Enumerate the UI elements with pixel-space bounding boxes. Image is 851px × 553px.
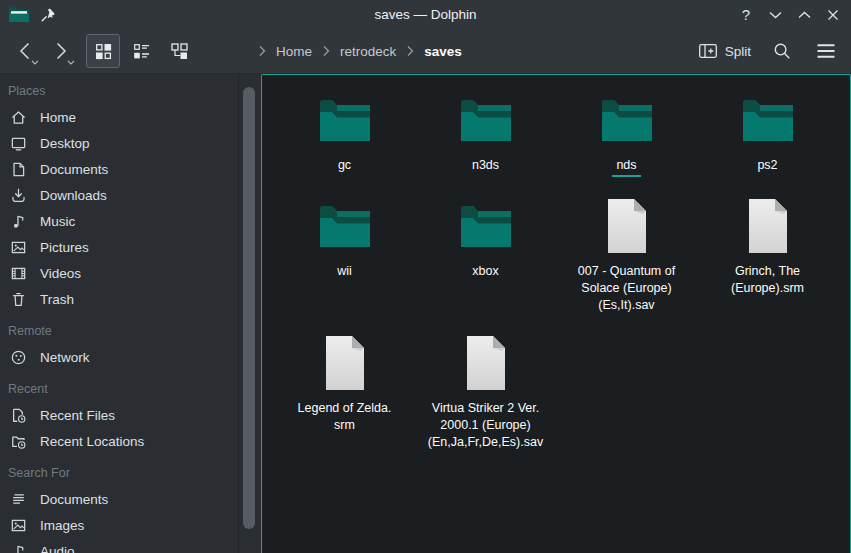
file-icon (605, 198, 649, 254)
folder-icon (317, 92, 373, 148)
breadcrumb: Home retrodeck saves (258, 42, 466, 61)
sidebar-item-trash[interactable]: Trash (0, 286, 238, 312)
folder-item-ps2[interactable]: ps2 (697, 87, 838, 193)
toolbar: Home retrodeck saves Split (0, 29, 851, 74)
breadcrumb-home[interactable]: Home (272, 42, 316, 61)
file-icon (746, 198, 790, 254)
app-folder-icon (8, 6, 30, 24)
download-icon (10, 187, 27, 204)
folder-item-wii[interactable]: wii (274, 193, 415, 330)
image-icon (10, 517, 27, 534)
sidebar-item-pictures[interactable]: Pictures (0, 234, 238, 260)
breadcrumb-saves[interactable]: saves (420, 42, 466, 61)
file-icon (323, 335, 367, 391)
sidebar-item-videos[interactable]: Videos (0, 260, 238, 286)
item-label: Virtua Striker 2 Ver. 2000.1 (Europe) (E… (428, 400, 543, 451)
sidebar-item-label: Network (40, 350, 90, 365)
pin-icon[interactable] (40, 7, 56, 23)
file-item-007-quantum-of-solace[interactable]: 007 - Quantum of Solace (Europe) (Es,It)… (556, 193, 697, 330)
folder-icon (317, 198, 373, 254)
folder-item-xbox[interactable]: xbox (415, 193, 556, 330)
recent-files-icon (10, 407, 27, 424)
folder-item-n3ds[interactable]: n3ds (415, 87, 556, 193)
hamburger-menu-icon (816, 43, 836, 59)
folder-view[interactable]: gc n3ds nds ps2 (261, 74, 851, 553)
sidebar-item-label: Downloads (40, 188, 107, 203)
sidebar-item-network[interactable]: Network (0, 344, 238, 370)
places-scrollbar-track[interactable] (238, 74, 261, 553)
dolphin-window: saves — Dolphin ? (0, 0, 851, 553)
sidebar-item-downloads[interactable]: Downloads (0, 182, 238, 208)
sidebar-item-search-audio[interactable]: Audio (0, 538, 238, 553)
sidebar-item-desktop[interactable]: Desktop (0, 130, 238, 156)
sidebar-item-search-images[interactable]: Images (0, 512, 238, 538)
item-label: wii (337, 263, 352, 280)
icons-view-icon (94, 42, 113, 61)
help-icon[interactable]: ? (736, 5, 756, 25)
file-item-grinch-the[interactable]: Grinch, The (Europe).srm (697, 193, 838, 330)
tree-view-icon (170, 42, 189, 61)
details-view-icon (132, 42, 151, 61)
section-search-for: Search For Documents Images Audio (0, 460, 238, 553)
sidebar-item-label: Recent Locations (40, 434, 144, 449)
sidebar-item-label: Music (40, 214, 75, 229)
sidebar-item-label: Images (40, 518, 84, 533)
section-remote: Remote Network (0, 318, 238, 370)
recent-locations-icon (10, 433, 27, 450)
sidebar-item-label: Trash (40, 292, 74, 307)
sidebar-item-recent-files[interactable]: Recent Files (0, 402, 238, 428)
close-icon[interactable] (823, 5, 843, 25)
back-button[interactable] (10, 35, 40, 67)
folder-icon (599, 92, 655, 148)
split-icon (698, 42, 718, 60)
forward-button[interactable] (46, 35, 76, 67)
text-lines-icon (10, 491, 27, 508)
file-item-legend-of-zelda[interactable]: Legend of Zelda. srm (274, 330, 415, 467)
home-icon (10, 109, 27, 126)
image-icon (10, 239, 27, 256)
minimize-icon[interactable] (765, 5, 785, 25)
document-icon (10, 161, 27, 178)
chevron-right-icon (406, 45, 414, 57)
trash-icon (10, 291, 27, 308)
sidebar-item-music[interactable]: Music (0, 208, 238, 234)
item-label: Legend of Zelda. srm (298, 400, 392, 434)
sidebar-item-documents[interactable]: Documents (0, 156, 238, 182)
sidebar-item-search-documents[interactable]: Documents (0, 486, 238, 512)
item-label: n3ds (472, 157, 499, 174)
chevron-right-icon (258, 45, 266, 57)
sidebar-item-home[interactable]: Home (0, 104, 238, 130)
sidebar-item-recent-locations[interactable]: Recent Locations (0, 428, 238, 454)
music-note-icon (10, 213, 27, 230)
hamburger-menu-button[interactable] (811, 36, 841, 66)
item-label: gc (338, 157, 351, 174)
search-icon (772, 41, 792, 61)
sidebar-item-label: Recent Files (40, 408, 115, 423)
section-header-places: Places (0, 78, 238, 104)
music-note-icon (10, 543, 27, 553)
desktop-icon (10, 135, 27, 152)
folder-item-nds[interactable]: nds (556, 87, 697, 193)
item-label: xbox (472, 263, 498, 280)
places-scrollbar-thumb[interactable] (243, 87, 255, 529)
folder-item-gc[interactable]: gc (274, 87, 415, 193)
places-panel: Places Home Desktop Documents Downloads (0, 74, 238, 553)
split-button[interactable]: Split (696, 38, 753, 64)
icons-view-button[interactable] (86, 34, 120, 68)
details-view-button[interactable] (124, 34, 158, 68)
forward-history-caret-icon (67, 60, 75, 65)
file-item-virtua-striker-2[interactable]: Virtua Striker 2 Ver. 2000.1 (Europe) (E… (415, 330, 556, 467)
chevron-right-icon (322, 45, 330, 57)
tree-view-button[interactable] (162, 34, 196, 68)
folder-icon (458, 198, 514, 254)
sidebar-item-label: Documents (40, 162, 108, 177)
film-icon (10, 265, 27, 282)
folder-icon (740, 92, 796, 148)
item-label: ps2 (757, 157, 777, 174)
maximize-icon[interactable] (794, 5, 814, 25)
breadcrumb-retrodeck[interactable]: retrodeck (336, 42, 400, 61)
titlebar[interactable]: saves — Dolphin ? (0, 0, 851, 29)
sidebar-item-label: Home (40, 110, 76, 125)
sidebar-item-label: Videos (40, 266, 81, 281)
search-button[interactable] (767, 36, 797, 66)
